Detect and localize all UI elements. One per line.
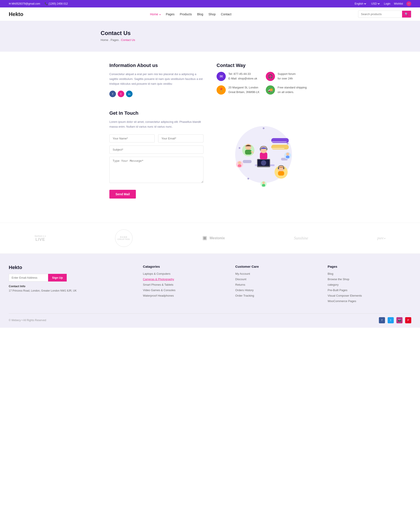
- page-visual-composer[interactable]: Visual Composer Elements: [328, 294, 362, 297]
- contact-email: E-Mail: shop@store.uk: [228, 77, 257, 80]
- svg-point-35: [262, 182, 265, 184]
- name-input[interactable]: [109, 134, 155, 143]
- support-icon: 🎧: [266, 72, 275, 81]
- svg-rect-38: [203, 237, 206, 239]
- svg-rect-15: [260, 148, 261, 150]
- login-link[interactable]: Login: [384, 2, 390, 5]
- search-button[interactable]: 🔍: [402, 11, 411, 17]
- list-item: Returns: [235, 283, 319, 286]
- svg-point-1: [239, 147, 240, 149]
- footer-top: Hekto Sign Up Contact Info 17 Princess R…: [9, 265, 411, 305]
- footer-categories-list: Laptops & Computers Cameras & Photograph…: [143, 272, 226, 297]
- nav-contact[interactable]: Contact: [221, 13, 232, 16]
- care-tracking[interactable]: Order Tracking: [235, 294, 254, 297]
- list-item: category: [328, 283, 411, 286]
- main-content: Information About us Consectetur aliquet…: [101, 52, 319, 223]
- location-icon: 📍: [217, 85, 226, 95]
- footer-customer-care-col: Customer Care My Account Discount Return…: [235, 265, 319, 305]
- nav-products[interactable]: Products: [180, 13, 192, 16]
- svg-rect-19: [278, 171, 284, 176]
- brand-mestonix: Mestonix: [202, 235, 225, 241]
- contact-way-shipping: 🚚 Free standard shipping on all orders.: [266, 85, 311, 95]
- language-select[interactable]: English French: [354, 2, 367, 6]
- list-item: Laptops & Computers: [143, 272, 226, 275]
- footer-facebook-icon[interactable]: f: [379, 317, 385, 323]
- footer-customer-care-list: My Account Discount Returns Orders Histo…: [235, 272, 319, 297]
- top-bar-left: ✉ Mh0528379@gmail.com 📞 (1265) 2456 012: [9, 2, 68, 5]
- cart-icon[interactable]: 🛒: [406, 1, 411, 6]
- hero-banner: Contact Us Home . Pages . Contact Us: [0, 21, 420, 52]
- list-item: Cameras & Photography: [143, 277, 226, 281]
- cat-smartphones[interactable]: Smart Phones & Tablets: [143, 283, 173, 286]
- send-mail-button[interactable]: Send Mail: [109, 190, 136, 199]
- nav-home[interactable]: Home ▾: [150, 13, 161, 16]
- page-category[interactable]: category: [328, 283, 339, 286]
- contact-way-address: 📍 20 Margaret St, London Great Britain, …: [217, 85, 261, 95]
- list-item: Orders History: [235, 288, 319, 292]
- footer-pages-title: Pages: [328, 265, 411, 268]
- nav-blog[interactable]: Blog: [197, 13, 203, 16]
- cat-video-games[interactable]: Video Games & Consoles: [143, 289, 175, 292]
- cat-headphones[interactable]: Waterproof Headphones: [143, 294, 174, 297]
- list-item: Video Games & Consoles: [143, 288, 226, 292]
- cat-cameras[interactable]: Cameras & Photography: [143, 278, 174, 281]
- contact-way-email: ✉ Tel: 877-45-44-33 E-Mail: shop@store.u…: [217, 72, 261, 81]
- cat-laptops[interactable]: Laptops & Computers: [143, 272, 170, 275]
- page-browse-shop[interactable]: Browse the Shop: [328, 278, 349, 281]
- nav-pages[interactable]: Pages: [166, 13, 175, 16]
- contact-way-support: 🎧 Support forum for over 24h: [266, 72, 311, 81]
- care-returns[interactable]: Returns: [235, 283, 245, 286]
- footer-email-row: Sign Up: [9, 274, 134, 282]
- footer-email-input[interactable]: [9, 274, 48, 282]
- currency-select[interactable]: USD EUR: [370, 2, 380, 6]
- brand-fashion-live: fashion✦✦ LIVE: [35, 235, 46, 242]
- phone-info: 📞 (1265) 2456 012: [45, 2, 68, 5]
- footer-signup-button[interactable]: Sign Up: [48, 274, 67, 282]
- page-blog[interactable]: Blog: [328, 272, 333, 275]
- care-orders[interactable]: Orders History: [235, 289, 254, 292]
- list-item: WooCommerce Pages: [328, 299, 411, 303]
- social-linkedin[interactable]: in: [126, 91, 133, 97]
- brand-pure: pure✦: [377, 236, 385, 240]
- contact-way-section: Contact Way ✉ Tel: 877-45-44-33 E-Mail: …: [217, 63, 311, 97]
- svg-point-7: [245, 144, 251, 150]
- breadcrumb: Home . Pages . Contact Us: [101, 38, 319, 42]
- footer: Hekto Sign Up Contact Info 17 Princess R…: [0, 254, 420, 328]
- search-input[interactable]: [358, 11, 402, 17]
- nav-shop[interactable]: Shop: [209, 13, 216, 16]
- contact-ways: ✉ Tel: 877-45-44-33 E-Mail: shop@store.u…: [217, 72, 311, 95]
- info-left: Information About us Consectetur aliquet…: [109, 63, 203, 97]
- page-woocommerce[interactable]: WooCommerce Pages: [328, 299, 356, 303]
- footer-twitter-icon[interactable]: t: [388, 317, 394, 323]
- care-discount[interactable]: Discount: [235, 278, 247, 281]
- footer-pinterest-icon[interactable]: P: [405, 317, 411, 323]
- svg-point-2: [287, 143, 289, 145]
- breadcrumb-home[interactable]: Home: [101, 38, 108, 42]
- subject-input[interactable]: [109, 145, 203, 154]
- svg-rect-36: [262, 184, 265, 186]
- care-my-account[interactable]: My Account: [235, 272, 250, 275]
- list-item: Blog: [328, 272, 411, 275]
- footer-instagram-icon[interactable]: 📷: [396, 317, 403, 323]
- social-facebook[interactable]: f: [109, 91, 116, 97]
- brands-section: fashion✦✦ LIVE HAND CRAFTED Mestonix Sun…: [0, 223, 420, 254]
- support-line2: for over 24h: [278, 77, 293, 80]
- footer-contact-label: Contact Info: [9, 285, 134, 288]
- address-line1: 20 Margaret St, London: [228, 86, 258, 89]
- page-pre-built[interactable]: Pre-Built Pages: [328, 289, 347, 292]
- svg-rect-30: [286, 156, 289, 158]
- wishlist-link[interactable]: Wishlist: [394, 2, 403, 5]
- page-title: Contact Us: [101, 30, 319, 37]
- address-line2: Great Britain, 3NM98-LK: [228, 90, 259, 94]
- breadcrumb-pages[interactable]: Pages: [111, 38, 119, 42]
- social-twitter[interactable]: 𝕥: [118, 91, 124, 97]
- list-item: My Account: [235, 272, 319, 275]
- contact-way-title: Contact Way: [217, 63, 311, 68]
- brand-hand-crafted: HAND CRAFTED: [115, 229, 133, 247]
- message-textarea[interactable]: [109, 157, 203, 183]
- footer-logo: Hekto: [9, 265, 134, 270]
- email-input[interactable]: [158, 134, 203, 143]
- footer-pages-list: Blog Browse the Shop category Pre-Built …: [328, 272, 411, 303]
- contact-tel: Tel: 877-45-44-33: [228, 72, 251, 76]
- svg-point-12: [261, 160, 266, 166]
